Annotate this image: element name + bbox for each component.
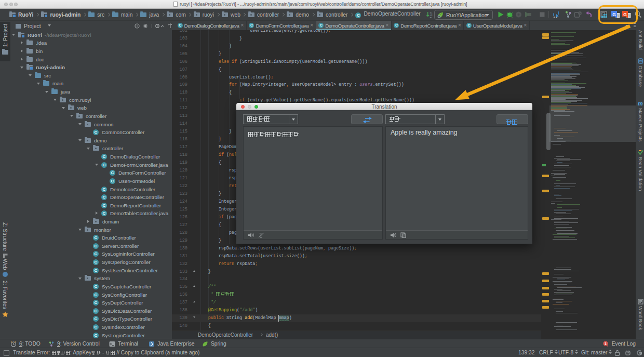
svg-text:01: 01 [430,16,433,19]
svg-text:1: 1 [605,342,607,346]
